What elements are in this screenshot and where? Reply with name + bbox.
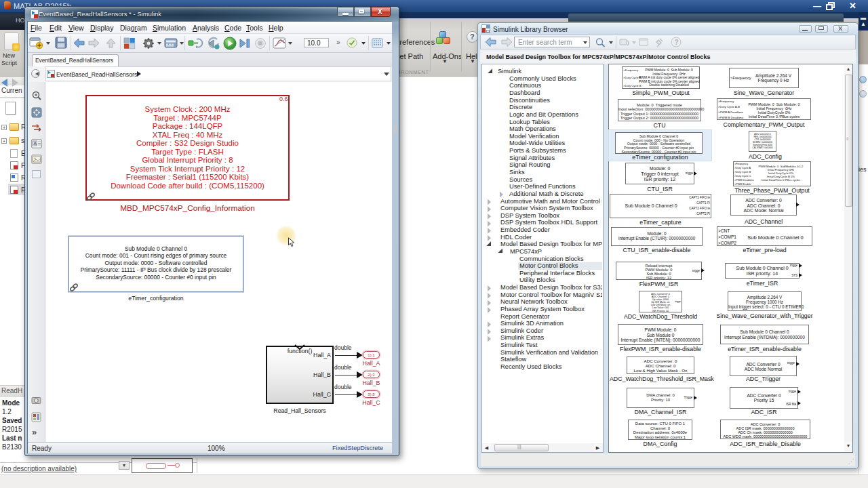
svg-text:A: A — [34, 141, 37, 146]
svg-text:?: ? — [675, 39, 679, 46]
